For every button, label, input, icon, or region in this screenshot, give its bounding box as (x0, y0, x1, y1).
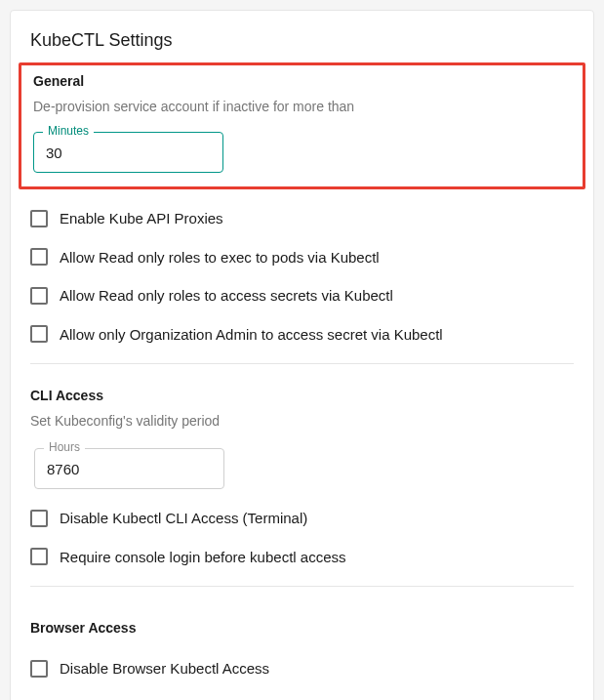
checkbox-label: Disable Browser Kubectl Access (60, 659, 269, 679)
minutes-input[interactable] (33, 132, 223, 173)
checkbox-row: Enable Kube API Proxies (30, 209, 574, 228)
checkbox-row: Require console login before kubectl acc… (30, 548, 574, 567)
checkbox-label: Allow only Organization Admin to access … (60, 325, 443, 345)
hours-input[interactable] (34, 448, 224, 489)
checkbox-row: Allow Read only roles to exec to pods vi… (30, 248, 574, 268)
checkbox-label: Require console login before kubectl acc… (60, 548, 346, 567)
allow-read-secrets-checkbox[interactable] (30, 287, 48, 305)
checkbox-row: Allow Read only roles to access secrets … (30, 286, 574, 306)
general-sub-label: De-provision service account if inactive… (33, 99, 575, 114)
cli-heading: CLI Access (30, 388, 574, 403)
enable-kube-api-proxies-checkbox[interactable] (30, 210, 48, 227)
kubectl-settings-card: KubeCTL Settings General De-provision se… (10, 10, 594, 700)
general-highlight-box: General De-provision service account if … (19, 62, 585, 189)
checkbox-row: Disable Kubectl CLI Access (Terminal) (30, 509, 574, 528)
checkbox-row: Allow only Organization Admin to access … (30, 325, 574, 345)
disable-cli-checkbox[interactable] (30, 510, 48, 527)
checkbox-label: Disable Kubectl CLI Access (Terminal) (60, 509, 307, 528)
hours-floating-label: Hours (44, 440, 85, 454)
divider (30, 586, 574, 587)
divider (30, 363, 574, 364)
browser-heading: Browser Access (30, 620, 574, 636)
cli-sub-label: Set Kubeconfig's validity period (30, 413, 574, 429)
minutes-input-wrapper: Minutes (33, 132, 223, 173)
checkbox-row: Disable Browser Kubectl Access (30, 659, 574, 679)
page-title: KubeCTL Settings (30, 30, 574, 51)
allow-org-admin-checkbox[interactable] (30, 325, 48, 343)
hours-input-wrapper: Hours (34, 448, 224, 489)
minutes-floating-label: Minutes (43, 124, 94, 138)
general-heading: General (33, 73, 575, 89)
require-console-login-checkbox[interactable] (30, 548, 48, 565)
checkbox-label: Allow Read only roles to access secrets … (60, 286, 393, 306)
checkbox-label: Allow Read only roles to exec to pods vi… (60, 248, 380, 268)
disable-browser-kubectl-checkbox[interactable] (30, 660, 48, 678)
checkbox-label: Enable Kube API Proxies (60, 209, 223, 228)
allow-read-exec-checkbox[interactable] (30, 248, 48, 266)
